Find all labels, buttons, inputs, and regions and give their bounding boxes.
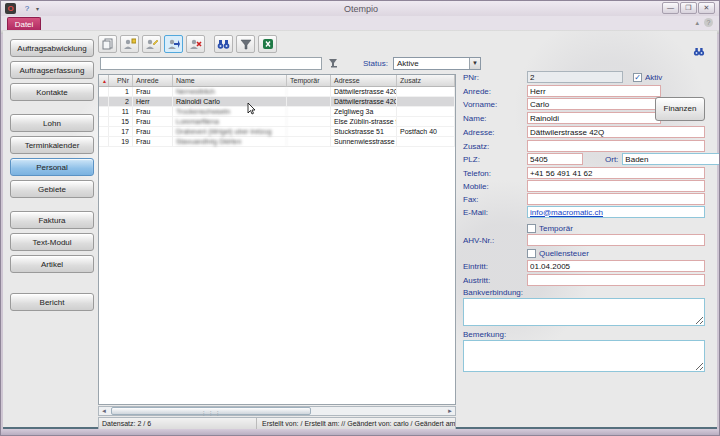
mobile-label: Mobile:: [463, 182, 527, 191]
cell-pnr: 2: [109, 97, 133, 106]
austritt-field[interactable]: [527, 274, 705, 286]
edit-record-icon[interactable]: [142, 35, 161, 53]
cell-anrede: Herr: [133, 97, 173, 106]
ribbon-help-icon[interactable]: ?: [704, 18, 713, 27]
sidebar-item-text-modul[interactable]: Text-Modul: [10, 233, 94, 251]
cell-pnr: 17: [109, 127, 133, 136]
table-row[interactable]: 19 Frau Stavuandhrig Dklrten Sunnenwiess…: [99, 137, 455, 147]
toolbar: [98, 34, 280, 54]
minimize-button[interactable]: —: [662, 2, 679, 14]
table-row[interactable]: 15 Frau Loremarfllena Else Züblin-strass…: [99, 117, 455, 127]
column-header-adresse[interactable]: Adresse: [331, 75, 397, 86]
cell-name-redacted: Trockenschwsetn: [173, 107, 287, 116]
sidebar-item-auftragsabwicklung[interactable]: Auftragsabwicklung: [10, 39, 94, 57]
temporaer-checkbox[interactable]: [527, 224, 536, 233]
mobile-field[interactable]: [527, 180, 705, 192]
eintritt-label: Eintritt:: [463, 262, 527, 271]
delete-record-icon[interactable]: [186, 35, 205, 53]
column-header-zusatz[interactable]: Zusatz: [397, 75, 455, 86]
cell-temporaer: [287, 97, 331, 106]
maximize-button[interactable]: ❐: [680, 2, 697, 14]
sidebar-item-gebiete[interactable]: Gebiete: [10, 180, 94, 198]
telefon-field[interactable]: [527, 167, 705, 179]
table-row[interactable]: 17 Frau Drabeveri (Wrigel) uber iretzog …: [99, 127, 455, 137]
plz-field[interactable]: [527, 153, 583, 165]
detail-form: PNr: ✓ Aktiv Anrede: Vorname: Name: Fina…: [459, 31, 713, 429]
bankverbindung-field[interactable]: [463, 298, 705, 326]
anrede-field[interactable]: [527, 85, 661, 97]
cell-name-redacted: Loremarfllena: [173, 117, 287, 126]
zusatz-field[interactable]: [527, 140, 705, 152]
window-title: Otempio: [1, 4, 720, 14]
cell-pnr: 11: [109, 107, 133, 116]
sort-ascending-icon[interactable]: ▲: [99, 75, 109, 86]
pnr-label: PNr:: [463, 73, 527, 82]
ribbon-controls: ▴ ?: [695, 18, 713, 27]
pnr-field[interactable]: [527, 71, 623, 83]
sidebar-item-terminkalender[interactable]: Terminkalender: [10, 136, 94, 154]
column-header-anrede[interactable]: Anrede: [133, 75, 173, 86]
filter-icon[interactable]: [236, 35, 255, 53]
sidebar-item-bericht[interactable]: Bericht: [10, 293, 94, 311]
table-row[interactable]: 11 Frau Trockenschwsetn Zelgliweg 3a: [99, 107, 455, 117]
quellensteuer-checkbox[interactable]: [527, 249, 536, 258]
tab-datei[interactable]: Datei: [7, 17, 41, 31]
sidebar-item-personal[interactable]: Personal: [10, 158, 94, 176]
table-row-selected[interactable]: 2 Herr Rainoldi Carlo Dättwilerstrasse 4…: [99, 97, 455, 107]
copy-record-icon[interactable]: [98, 35, 117, 53]
ribbon-tab-row: Datei: [1, 16, 720, 31]
cell-zusatz: [397, 87, 455, 96]
adresse-field[interactable]: [527, 126, 705, 138]
new-record-icon[interactable]: [120, 35, 139, 53]
vorname-label: Vorname:: [463, 100, 527, 109]
sidebar-item-auftragserfassung[interactable]: Auftragserfassung: [10, 61, 94, 79]
sidebar-item-faktura[interactable]: Faktura: [10, 211, 94, 229]
cell-pnr: 15: [109, 117, 133, 126]
column-header-pnr[interactable]: PNr: [109, 75, 133, 86]
finanzen-button[interactable]: Finanzen: [655, 97, 705, 121]
cell-adresse: Dättwilerstrasse 42C: [331, 87, 397, 96]
save-record-icon[interactable]: [164, 35, 183, 53]
cell-anrede: Frau: [133, 127, 173, 136]
record-meta: Erstellt von: / Erstellt am: // Geändert…: [257, 418, 455, 429]
email-field[interactable]: [527, 206, 705, 218]
sidebar-item-artikel[interactable]: Artikel: [10, 255, 94, 273]
search-input[interactable]: [100, 57, 322, 70]
table-row[interactable]: 1 Frau Nernestblich Dättwilerstrasse 42C: [99, 87, 455, 97]
excel-export-icon[interactable]: [258, 35, 277, 53]
ahv-field[interactable]: [527, 234, 705, 246]
binoculars-icon[interactable]: [214, 35, 233, 53]
bemerkung-field[interactable]: [463, 340, 705, 372]
collapse-ribbon-icon[interactable]: ▴: [695, 19, 699, 27]
column-header-temporaer[interactable]: Temporär: [287, 75, 331, 86]
search-funnel-icon[interactable]: [328, 58, 339, 69]
cell-zusatz: [397, 137, 455, 146]
close-button[interactable]: ✕: [698, 2, 715, 14]
ort-field[interactable]: [622, 153, 720, 165]
cell-anrede: Frau: [133, 107, 173, 116]
cell-temporaer: [287, 87, 331, 96]
record-counter: Datensatz: 2 / 6: [99, 418, 257, 429]
scroll-left-icon[interactable]: ◄: [99, 407, 109, 415]
scroll-right-icon[interactable]: ►: [445, 407, 455, 415]
scrollbar-thumb[interactable]: ⋮⋮⋮: [111, 407, 311, 415]
name-field[interactable]: [527, 112, 661, 124]
mouse-cursor: [247, 102, 256, 115]
telefon-label: Telefon:: [463, 169, 527, 178]
fax-field[interactable]: [527, 193, 705, 205]
cell-pnr: 1: [109, 87, 133, 96]
eintritt-field[interactable]: [527, 260, 705, 272]
personnel-table: ▲ PNr Anrede Name Temporär Adresse Zusat…: [98, 74, 456, 405]
bankverbindung-label: Bankverbindung:: [463, 288, 523, 297]
column-header-name[interactable]: Name: [173, 75, 287, 86]
aktiv-checkbox[interactable]: ✓: [633, 73, 642, 82]
window-bottom-border: [1, 429, 720, 435]
sidebar-item-kontakte[interactable]: Kontakte: [10, 83, 94, 101]
cell-name: Rainoldi Carlo: [173, 97, 287, 106]
vorname-field[interactable]: [527, 98, 661, 110]
horizontal-scrollbar[interactable]: ◄ ⋮⋮⋮ ►: [98, 406, 456, 416]
cell-zusatz: [397, 117, 455, 126]
sidebar-item-lohn[interactable]: Lohn: [10, 114, 94, 132]
ort-label: Ort:: [605, 155, 618, 164]
cell-temporaer: [287, 137, 331, 146]
